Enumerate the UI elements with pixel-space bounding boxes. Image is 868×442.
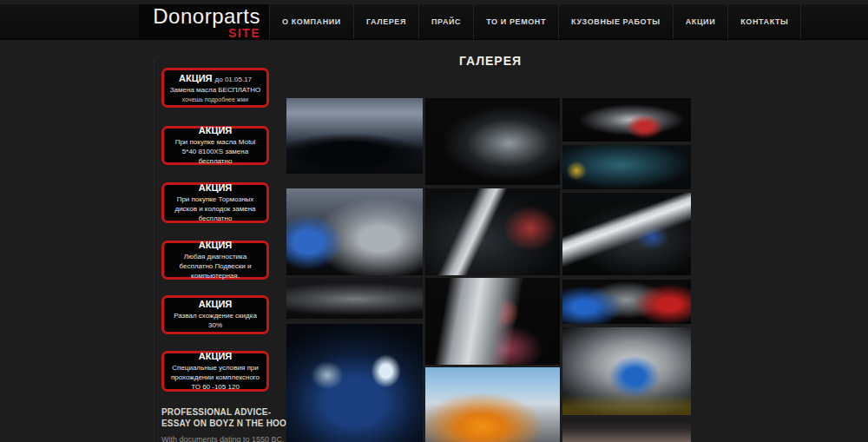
sidebar-divider — [154, 59, 155, 442]
promo-banner-free-diagnostics[interactable]: АКЦИЯ Любая диагностика бесплатно Подвес… — [161, 241, 269, 280]
gallery-thumb-blue-wrx-sti-front[interactable] — [286, 324, 423, 442]
brand-name: Donorparts — [139, 4, 260, 28]
promo-banner-wheel-alignment[interactable]: АКЦИЯ Развал схождение скидка 30% — [161, 295, 269, 334]
promo-banner-brake-discs[interactable]: АКЦИЯ При покупке Тормозных дисков и кол… — [161, 182, 269, 223]
gallery-thumb-dark-silver-car-front[interactable] — [425, 98, 560, 185]
promo-title: АКЦИЯ — [168, 240, 263, 251]
promo-body: Любая диагностика бесплатно Подвески и к… — [168, 253, 263, 280]
article-title[interactable]: PROFESSIONAL ADVICE-ESSAY ON BOYZ N THE … — [161, 406, 299, 429]
promo-title: АКЦИЯ — [168, 125, 263, 136]
promo-deadline: до 01.05.17 — [215, 76, 252, 83]
main-nav: О КОМПАНИИ ГАЛЕРЕЯ ПРАЙС ТО И РЕМОНТ КУЗ… — [269, 4, 801, 39]
promo-body: При покупке Тормозных дисков и колодок з… — [168, 195, 263, 223]
gallery-thumb-sti-intercooler-engine[interactable] — [425, 278, 560, 365]
gallery-thumb-blue-roadster-silver-coupe[interactable] — [286, 188, 423, 275]
promo-title: АКЦИЯ — [168, 182, 263, 194]
gallery-thumb-strut-tower-bar[interactable] — [562, 193, 691, 275]
gallery-thumb-cars-parts-explosion[interactable] — [562, 280, 691, 324]
site-header: Donorparts SITE О КОМПАНИИ ГАЛЕРЕЯ ПРАЙС… — [0, 4, 868, 40]
promo-banner-complex-service[interactable]: АКЦИЯ Специальные условия при прохождени… — [161, 351, 269, 392]
gallery-thumb-silver-car-red-wheels[interactable] — [562, 98, 691, 142]
page-title: ГАЛЕРЕЯ — [286, 54, 694, 68]
nav-item-price[interactable]: ПРАЙС — [418, 4, 473, 39]
gallery-thumb-blue-rally-car-tunnel[interactable] — [562, 327, 691, 415]
gallery-thumb-engine-bay-strut-brace[interactable] — [425, 188, 560, 275]
gallery-thumb-silver-cars-lineup[interactable] — [286, 278, 423, 319]
promo-body: Специальные условия при прохождении комп… — [168, 364, 263, 392]
nav-item-service-repair[interactable]: ТО И РЕМОНТ — [473, 4, 558, 39]
gallery-grid — [286, 98, 694, 442]
nav-item-about[interactable]: О КОМПАНИИ — [269, 4, 353, 39]
gallery-thumb-dusk-sky-partial[interactable] — [562, 419, 691, 442]
promo-body: При покупке масла Motul 5*40 8100XS заме… — [168, 138, 263, 166]
promo-title: АКЦИЯ — [168, 351, 263, 362]
gallery-thumb-orange-race-car[interactable] — [425, 367, 560, 442]
nav-item-contacts[interactable]: КОНТАКТЫ — [727, 4, 801, 39]
nav-item-promos[interactable]: АКЦИИ — [673, 4, 728, 39]
article-body: With documents dating to 1550 BC, — [161, 435, 299, 442]
promo-cta: хочешь подробнее жми — [168, 96, 263, 102]
gallery-thumb-black-car-storm-sky[interactable] — [286, 98, 423, 174]
promo-banner-oil-change[interactable]: АКЦИЯ до 01.05.17 Замена масла БЕСПЛАТНО… — [161, 68, 269, 108]
nav-item-gallery[interactable]: ГАЛЕРЕЯ — [353, 4, 418, 39]
promo-title: АКЦИЯ до 01.05.17 — [168, 73, 263, 84]
promo-banner-motul-oil[interactable]: АКЦИЯ При покупке масла Motul 5*40 8100X… — [161, 126, 269, 165]
promo-body: Замена масла БЕСПЛАТНО — [168, 86, 263, 96]
sidebar-article: PROFESSIONAL ADVICE-ESSAY ON BOYZ N THE … — [161, 406, 299, 442]
promo-body: Развал схождение скидка 30% — [168, 312, 263, 331]
brand-subtitle: SITE — [139, 28, 260, 39]
nav-item-body-work[interactable]: КУЗОВНЫЕ РАБОТЫ — [558, 4, 673, 39]
site-logo[interactable]: Donorparts SITE — [139, 4, 269, 39]
promo-title: АКЦИЯ — [168, 299, 263, 310]
gallery-thumb-teal-engine-bay[interactable] — [562, 145, 691, 189]
